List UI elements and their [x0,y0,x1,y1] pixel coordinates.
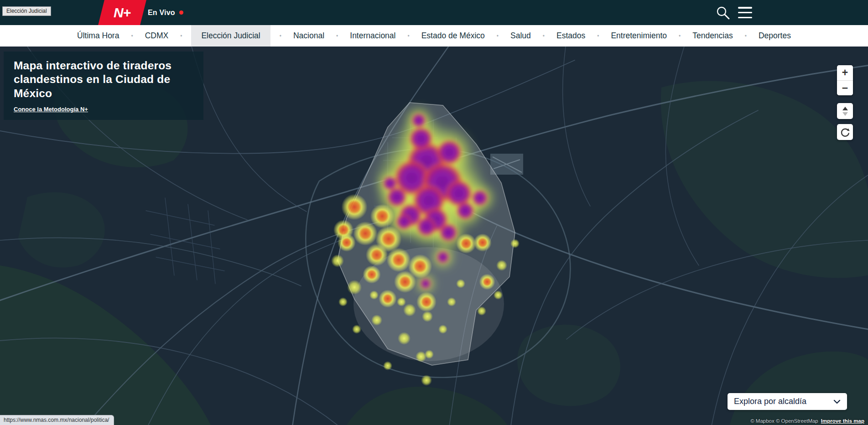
nav-separator-dot: • [280,33,281,39]
chevron-down-icon [833,399,841,404]
main-nav: Última Hora•CDMX•Elección Judicial•Nacio… [0,25,868,47]
site-header: Elección Judicial N+ En Vivo [0,0,868,25]
nav-separator-dot: • [180,33,182,39]
refresh-icon [840,127,850,137]
reset-view-button[interactable] [837,124,853,140]
nmas-logo[interactable]: N+ [98,0,146,25]
nav-item-estados[interactable]: Estados [554,25,588,47]
attribution-text: © Mapbox © OpenStreetMap [750,418,818,424]
nav-item-deportes[interactable]: Deportes [756,25,794,47]
nav-item-tendencias[interactable]: Tendencias [690,25,736,47]
nav-separator-dot: • [336,33,338,39]
live-indicator[interactable]: En Vivo [148,0,183,25]
live-label: En Vivo [148,9,175,17]
map-container[interactable]: Mapa interactivo de tiraderos clandestin… [0,47,868,425]
nav-separator-dot: • [679,33,681,39]
alcaldia-dropdown-label: Explora por alcaldía [734,397,806,406]
nav-item-estado-de-mexico[interactable]: Estado de México [419,25,488,47]
map-attribution: © Mapbox © OpenStreetMapImprove this map [750,418,864,424]
zoom-in-button[interactable]: + [837,65,853,80]
menu-icon[interactable] [738,7,752,18]
nav-item-entretenimiento[interactable]: Entretenimiento [608,25,670,47]
nav-separator-dot: • [407,33,409,39]
nav-item-ultima-hora[interactable]: Última Hora [74,25,122,47]
pitch-toggle-button[interactable] [837,103,853,119]
improve-map-link[interactable]: Improve this map [821,418,864,424]
search-icon[interactable] [715,5,731,21]
nav-separator-dot: • [745,33,747,39]
nav-item-nacional[interactable]: Nacional [291,25,327,47]
live-dot-icon [179,10,183,15]
status-bar-url: https://www.nmas.com.mx/nacional/politic… [0,415,114,425]
alcaldia-dropdown[interactable]: Explora por alcaldía [728,393,847,410]
zoom-controls: + − [837,65,853,95]
nav-separator-dot: • [131,33,133,39]
pitch-icon [842,106,849,116]
methodology-link[interactable]: Conoce la Metodología N+ [14,106,88,113]
nav-item-internacional[interactable]: Internacional [347,25,398,47]
nav-separator-dot: • [497,33,499,39]
nav-separator-dot: • [543,33,545,39]
zoom-out-button[interactable]: − [837,80,853,95]
nav-item-eleccion-judicial[interactable]: Elección Judicial [191,25,270,47]
nav-item-salud[interactable]: Salud [508,25,534,47]
map-title: Mapa interactivo de tiraderos clandestin… [14,59,193,100]
link-tooltip: Elección Judicial [2,6,51,16]
logo-text: N+ [114,5,130,21]
nav-separator-dot: • [597,33,599,39]
nav-item-cdmx[interactable]: CDMX [142,25,172,47]
map-title-panel: Mapa interactivo de tiraderos clandestin… [4,52,203,120]
